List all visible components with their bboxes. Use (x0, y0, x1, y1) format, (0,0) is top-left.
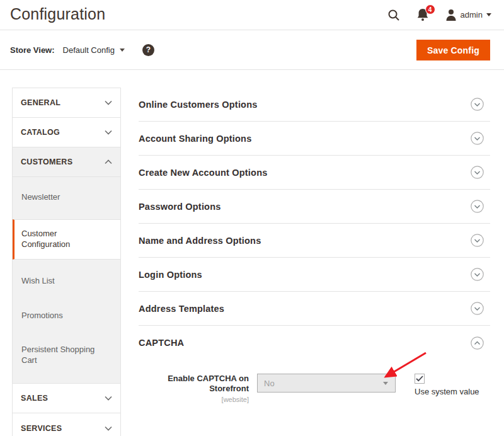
notification-count-badge: 4 (425, 4, 435, 14)
store-view-value: Default Config (63, 45, 115, 55)
chevron-down-circle-icon[interactable] (471, 234, 484, 247)
select-caret-icon (383, 382, 388, 385)
sidebar-section-catalog[interactable]: CATALOG (13, 118, 120, 147)
section-password-options[interactable]: Password Options (139, 190, 490, 224)
notifications-bell-icon[interactable]: 4 (416, 8, 429, 21)
field-scope-hint: [website] (139, 396, 249, 404)
checkmark-icon (416, 376, 423, 382)
page-header: Configuration 4 admin (0, 0, 504, 30)
section-create-new-account-options[interactable]: Create New Account Options (139, 156, 490, 190)
section-name-and-address-options[interactable]: Name and Address Options (139, 224, 490, 258)
chevron-down-icon (105, 396, 112, 401)
enable-captcha-select: No (257, 374, 396, 393)
chevron-up-circle-icon[interactable] (471, 336, 484, 350)
content-area: GENERAL CATALOG CUSTOMERS Newsletter Cus… (0, 70, 504, 436)
search-icon[interactable] (387, 9, 400, 21)
enable-captcha-field-label: Enable CAPTCHA on Storefront [website] (139, 374, 249, 404)
sidebar-section-general[interactable]: GENERAL (13, 88, 120, 118)
caret-down-icon (120, 49, 125, 52)
header-actions: 4 admin (387, 8, 491, 21)
chevron-up-icon (105, 159, 112, 164)
section-online-customers-options[interactable]: Online Customers Options (139, 88, 490, 122)
chevron-down-circle-icon[interactable] (471, 268, 484, 281)
section-title: Address Templates (139, 304, 224, 314)
use-system-value-wrap: Use system value (415, 374, 479, 396)
section-title: Online Customers Options (139, 100, 258, 110)
sidebar-section-services[interactable]: SERVICES (13, 413, 120, 436)
sidebar-item-newsletter[interactable]: Newsletter (13, 180, 120, 215)
sidebar-section-label: CUSTOMERS (21, 158, 72, 166)
sidebar-section-customers[interactable]: CUSTOMERS (13, 147, 120, 177)
section-address-templates[interactable]: Address Templates (139, 292, 490, 326)
section-captcha[interactable]: CAPTCHA (139, 326, 490, 360)
chevron-down-circle-icon[interactable] (471, 132, 484, 145)
store-view-toolbar: Store View: Default Config ? Save Config (0, 30, 504, 70)
admin-username: admin (461, 10, 483, 20)
store-view-dropdown[interactable]: Default Config (63, 45, 125, 55)
store-view-label: Store View: (10, 45, 55, 55)
sidebar-section-label: GENERAL (21, 98, 60, 107)
sidebar-item-wish-list[interactable]: Wish List (13, 264, 120, 299)
sidebar-section-label: SALES (21, 394, 48, 403)
captcha-section-content: Enable CAPTCHA on Storefront [website] N… (139, 360, 490, 404)
config-main: Online Customers Options Account Sharing… (139, 88, 490, 404)
section-login-options[interactable]: Login Options (139, 258, 490, 292)
section-title: Account Sharing Options (139, 134, 251, 144)
sidebar-item-promotions[interactable]: Promotions (13, 299, 120, 333)
section-title: CAPTCHA (139, 338, 184, 348)
caret-down-icon (486, 13, 491, 16)
enable-captcha-select-wrap: No (257, 374, 396, 393)
user-icon (445, 9, 457, 21)
customers-submenu: Newsletter Customer Configuration Wish L… (13, 177, 120, 384)
section-title: Name and Address Options (139, 236, 261, 246)
chevron-down-icon (105, 426, 112, 431)
admin-account-menu[interactable]: admin (445, 9, 491, 21)
sidebar-section-label: SERVICES (21, 424, 62, 433)
help-icon[interactable]: ? (142, 44, 154, 56)
chevron-down-circle-icon[interactable] (471, 166, 484, 179)
section-title: Create New Account Options (139, 168, 267, 178)
chevron-down-circle-icon[interactable] (471, 200, 484, 213)
field-label-text: Enable CAPTCHA on Storefront (139, 374, 249, 394)
save-config-button[interactable]: Save Config (416, 40, 490, 60)
chevron-down-icon (105, 130, 112, 135)
section-title: Password Options (139, 202, 221, 212)
section-title: Login Options (139, 270, 202, 280)
config-sidebar: GENERAL CATALOG CUSTOMERS Newsletter Cus… (12, 88, 121, 436)
section-account-sharing-options[interactable]: Account Sharing Options (139, 122, 490, 156)
chevron-down-circle-icon[interactable] (471, 98, 484, 111)
sidebar-section-sales[interactable]: SALES (13, 384, 120, 413)
use-system-value-label: Use system value (415, 387, 479, 396)
chevron-down-circle-icon[interactable] (471, 302, 484, 315)
sidebar-item-persistent-shopping-cart[interactable]: Persistent Shopping Cart (13, 333, 120, 378)
sidebar-section-label: CATALOG (21, 128, 60, 137)
sidebar-item-customer-configuration[interactable]: Customer Configuration (13, 219, 120, 260)
chevron-down-icon (105, 100, 112, 105)
page-title: Configuration (10, 5, 105, 23)
use-system-value-checkbox[interactable] (415, 374, 425, 384)
